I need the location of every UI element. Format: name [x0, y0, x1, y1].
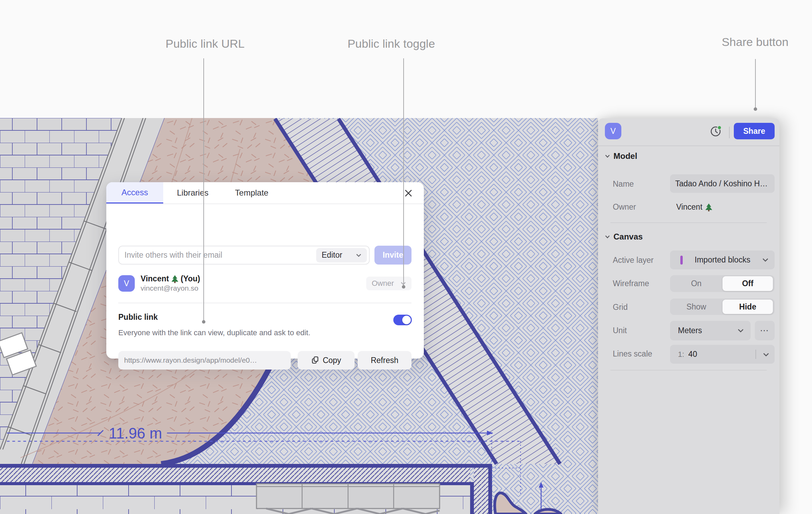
- public-link-description: Everyone with the link can view, duplica…: [118, 328, 310, 337]
- unit-more-options-button[interactable]: ⋯: [755, 321, 775, 340]
- app-window: 11.96 m Access Libraries Template Invite…: [0, 0, 812, 514]
- wireframe-on-option[interactable]: On: [670, 275, 723, 292]
- refresh-button[interactable]: Refresh: [358, 351, 411, 370]
- share-dialog-tabbar: Access Libraries Template: [106, 182, 424, 204]
- lines-scale-prefix: 1:: [678, 350, 684, 359]
- invite-email-placeholder: Invite others with their email: [124, 250, 316, 260]
- unit-select[interactable]: Meters: [670, 321, 751, 340]
- tab-access[interactable]: Access: [106, 182, 163, 203]
- annotation-line: [755, 59, 756, 109]
- share-dialog: Access Libraries Template Invite others …: [106, 182, 424, 359]
- model-section-title[interactable]: Model: [605, 151, 637, 161]
- chevron-down-icon: [605, 235, 610, 238]
- canvas-section-label: Canvas: [613, 232, 643, 242]
- member-role-select[interactable]: Owner: [366, 277, 411, 290]
- version-history-icon[interactable]: [710, 125, 722, 137]
- active-layer-select[interactable]: Imported blocks: [670, 250, 775, 269]
- public-link-label: Public link: [118, 313, 158, 322]
- annotation-public-link-url: Public link URL: [166, 37, 245, 50]
- refresh-label: Refresh: [371, 356, 398, 365]
- chevron-down-icon: [356, 254, 361, 257]
- chevron-down-icon: [605, 154, 610, 158]
- panel-header: V Share: [598, 118, 779, 146]
- grid-label: Grid: [613, 303, 628, 312]
- annotation-share-button: Share button: [722, 35, 789, 49]
- owner-name-text: Vincent: [676, 202, 702, 212]
- header-divider: [729, 127, 730, 138]
- toggle-knob: [402, 316, 411, 324]
- lines-scale-select[interactable]: 1: 40: [670, 345, 775, 364]
- tree-emoji-icon: [171, 275, 179, 283]
- wireframe-label: Wireframe: [613, 279, 649, 288]
- public-link-toggle[interactable]: [393, 315, 412, 325]
- grid-show-option[interactable]: Show: [670, 299, 723, 315]
- invite-role-select[interactable]: Editor: [316, 248, 367, 262]
- ellipsis-icon: ⋯: [760, 325, 769, 336]
- member-name-suffix: (You): [181, 274, 200, 283]
- canvas-section-title[interactable]: Canvas: [605, 232, 643, 242]
- invite-button[interactable]: Invite: [374, 246, 411, 265]
- active-layer-value: Imported blocks: [695, 255, 750, 265]
- section-divider: [610, 370, 767, 371]
- close-icon[interactable]: [403, 188, 414, 198]
- share-button[interactable]: Share: [734, 123, 775, 139]
- grid-segmented-control: Show Hide: [670, 299, 775, 315]
- chevron-down-icon: [738, 329, 744, 332]
- public-link-url-field[interactable]: https://www.rayon.design/app/model/e0…: [118, 351, 291, 370]
- layer-color-marker: [680, 256, 683, 265]
- section-divider: [610, 222, 767, 223]
- unit-value: Meters: [678, 326, 702, 335]
- member-avatar: V: [118, 275, 135, 292]
- copy-label: Copy: [323, 356, 341, 365]
- member-role-value: Owner: [372, 279, 394, 288]
- tab-libraries[interactable]: Libraries: [163, 182, 222, 203]
- model-name-field[interactable]: Tadao Ando / Koshino H…: [670, 174, 775, 193]
- properties-panel: V Share Model Name Tadao Ando / Koshino …: [598, 118, 779, 514]
- member-email: vincent@rayon.so: [141, 284, 198, 292]
- unit-label: Unit: [613, 326, 627, 335]
- copy-button[interactable]: Copy: [298, 351, 355, 370]
- model-section-label: Model: [613, 151, 637, 161]
- model-owner-value: Vincent: [676, 202, 713, 212]
- owner-label: Owner: [613, 202, 636, 212]
- grid-hide-option[interactable]: Hide: [723, 300, 773, 314]
- user-avatar[interactable]: V: [605, 123, 621, 139]
- member-name: Vincent (You): [141, 274, 200, 283]
- wireframe-off-option[interactable]: Off: [723, 276, 773, 291]
- tree-emoji-icon: [705, 203, 713, 211]
- lines-scale-label: Lines scale: [613, 349, 652, 359]
- invite-email-input[interactable]: Invite others with their email Editor: [118, 246, 370, 265]
- name-label: Name: [613, 179, 634, 189]
- history-status-dot: [718, 126, 721, 130]
- model-name-value: Tadao Ando / Koshino H…: [675, 179, 768, 188]
- dialog-divider: [118, 303, 411, 303]
- tab-template[interactable]: Template: [222, 182, 281, 203]
- chevron-down-icon: [763, 353, 769, 357]
- annotation-line-dot: [754, 107, 757, 111]
- wireframe-segmented-control: On Off: [670, 275, 775, 292]
- dimension-label: 11.96 m: [109, 425, 162, 442]
- copy-icon: [311, 356, 319, 365]
- active-layer-label: Active layer: [613, 256, 654, 265]
- field-divider: [755, 350, 756, 359]
- member-name-text: Vincent: [141, 274, 169, 283]
- annotation-public-link-toggle: Public link toggle: [347, 37, 435, 50]
- invite-role-value: Editor: [322, 250, 342, 260]
- lines-scale-value: 40: [688, 350, 697, 359]
- chevron-down-icon: [401, 282, 406, 285]
- chevron-down-icon: [762, 258, 768, 262]
